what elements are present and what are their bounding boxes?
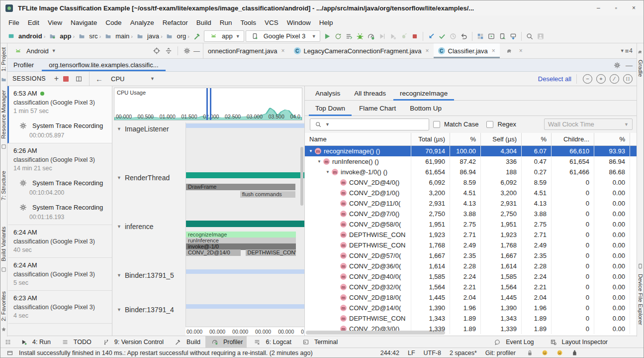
session-item[interactable]: 6:24 AMclassification (Google Pixel 3)40… bbox=[7, 225, 112, 258]
menu-navigate[interactable]: Navigate bbox=[67, 17, 101, 28]
menu-build[interactable]: Build bbox=[192, 17, 215, 28]
toolwindow-button-build[interactable]: Build bbox=[169, 336, 204, 349]
stop-session-button[interactable] bbox=[63, 76, 69, 82]
call-tree-row[interactable]: mCONV_2D@36/0(1,6142.281,6142.2800.00 bbox=[305, 261, 638, 271]
collapse-arrow-icon[interactable]: ▼ bbox=[117, 224, 121, 229]
run-configuration-select[interactable]: app▼ bbox=[204, 30, 244, 42]
call-tree-row[interactable]: ▼minvoke@-1/0() ()61,65486.941880.2761,4… bbox=[305, 167, 638, 177]
git-update-icon[interactable] bbox=[426, 31, 437, 42]
minimize-button[interactable]: – bbox=[597, 5, 600, 11]
git-commit-icon[interactable] bbox=[437, 31, 448, 42]
column-header-1[interactable]: Total (µs) bbox=[411, 133, 450, 145]
session-item[interactable]: 6:26 AMclassification (Google Pixel 3)14… bbox=[7, 143, 112, 225]
caret-position[interactable]: 244:42 bbox=[380, 350, 399, 357]
zoom-in-button[interactable]: + bbox=[596, 74, 606, 84]
thread-row-renderthread[interactable]: ▼RenderThread bbox=[112, 174, 185, 182]
call-tree-row[interactable]: mDEPTHWISE_CON1,9232.711,9232.7100.00 bbox=[305, 230, 638, 240]
apply-changes-icon[interactable] bbox=[333, 31, 344, 42]
search-box[interactable]: ▼ bbox=[310, 119, 429, 130]
toolwindow-button-event-log[interactable]: Event Log bbox=[488, 336, 538, 349]
menu-code[interactable]: Code bbox=[101, 17, 125, 28]
editor-tab-legacycameraconnectionfragment-java[interactable]: CLegacyCameraConnectionFragment.java× bbox=[289, 43, 434, 58]
call-tree-row[interactable]: mCONV_2D@32/0(1,5642.211,5642.2100.00 bbox=[305, 282, 638, 292]
thread-activity-bar[interactable] bbox=[186, 304, 305, 309]
collapse-arrow-icon[interactable]: ▼ bbox=[117, 175, 121, 180]
make-project-icon[interactable] bbox=[191, 31, 202, 42]
column-header-4[interactable]: % bbox=[522, 133, 552, 145]
status-message[interactable]: Install successfully finished in 140 ms.… bbox=[19, 350, 313, 357]
menu-help[interactable]: Help bbox=[315, 17, 337, 28]
breadcrumb-src[interactable]: src bbox=[75, 31, 98, 42]
thread-row-imagelistener[interactable]: ▼ImageListener bbox=[112, 125, 185, 133]
sidebar-item-resource-manager[interactable]: Resource Manager bbox=[0, 90, 7, 152]
menu-window[interactable]: Window bbox=[283, 17, 315, 28]
git-branch[interactable]: Git: profiler bbox=[485, 350, 516, 357]
back-arrow-button[interactable]: ← bbox=[95, 75, 103, 83]
hide-panel-icon[interactable]: — bbox=[193, 47, 200, 55]
trace-event-bar[interactable]: DrawFrame bbox=[186, 184, 295, 190]
sidebar-item-build-variants[interactable]: Build Variants bbox=[0, 227, 7, 275]
call-tree-row[interactable]: mCONV_2D@57/0(1,6672.351,6672.3500.00 bbox=[305, 250, 638, 261]
sidebar-item-1-project[interactable]: 1: Project bbox=[0, 47, 7, 85]
subtab-bottom-up[interactable]: Bottom Up bbox=[403, 101, 448, 116]
ide-notifications-icon[interactable] bbox=[569, 348, 580, 358]
run-attach-icon[interactable] bbox=[387, 31, 398, 42]
thread-activity-bar[interactable] bbox=[186, 269, 305, 274]
close-tab-icon[interactable]: × bbox=[492, 47, 495, 54]
menu-edit[interactable]: Edit bbox=[24, 17, 43, 28]
profiler-type-select[interactable]: CPU ▼ bbox=[108, 75, 158, 83]
attach-debugger-icon[interactable] bbox=[398, 31, 409, 42]
device-manager-icon[interactable] bbox=[497, 31, 508, 42]
expanded-arrow-icon[interactable]: ▼ bbox=[316, 159, 322, 164]
menu-file[interactable]: File bbox=[4, 17, 23, 28]
menu-vcs[interactable]: VCS bbox=[261, 17, 282, 28]
thread-row-binder-13791-4[interactable]: ▼Binder:13791_4 bbox=[112, 306, 185, 314]
toolwindow-button-todo[interactable]: TODO bbox=[56, 336, 95, 349]
search-everywhere-icon[interactable] bbox=[524, 31, 535, 42]
project-structure-icon[interactable] bbox=[475, 31, 486, 42]
settings-gear-icon[interactable] bbox=[612, 60, 623, 71]
maximize-button[interactable]: ▫ bbox=[615, 5, 617, 11]
sidebar-item-7-structure[interactable]: 7: Structure bbox=[0, 171, 7, 200]
breadcrumb-main[interactable]: main bbox=[101, 31, 130, 42]
breadcrumb-app[interactable]: app bbox=[46, 31, 72, 42]
collapse-arrow-icon[interactable]: ▼ bbox=[117, 307, 121, 312]
hidden-tabs-indicator[interactable]: ▼≡4 bbox=[616, 43, 637, 58]
call-tree-row[interactable]: mCONV_2D@18/0(1,4452.041,4452.0400.00 bbox=[305, 292, 638, 303]
profile-avatar-icon[interactable] bbox=[535, 31, 546, 42]
breadcrumb-android[interactable]: android bbox=[4, 31, 43, 42]
debug-icon[interactable] bbox=[355, 31, 366, 42]
recording-item[interactable]: System Trace Recording bbox=[17, 177, 108, 188]
run-icon[interactable] bbox=[322, 31, 333, 42]
sdk-manager-icon[interactable] bbox=[508, 31, 519, 42]
session-item[interactable]: 6:53 AMclassification (Google Pixel 3)1 … bbox=[7, 86, 112, 143]
profile-icon[interactable] bbox=[366, 31, 376, 42]
call-tree-row[interactable]: mDEPTHWISE_CON1,3431.891,3431.8900.00 bbox=[305, 313, 638, 324]
subtab-top-down[interactable]: Top Down bbox=[309, 101, 352, 116]
table-horizontal-scrollbar[interactable] bbox=[306, 331, 445, 335]
recording-item[interactable]: System Trace Recording bbox=[17, 202, 108, 213]
git-rollback-icon[interactable] bbox=[459, 31, 469, 42]
menu-analyze[interactable]: Analyze bbox=[126, 17, 158, 28]
file-encoding[interactable]: UTF-8 bbox=[424, 350, 441, 357]
sidebar-item-2-favorites[interactable]: 2: Favorites bbox=[0, 291, 7, 335]
thread-activity-bar[interactable] bbox=[186, 221, 305, 227]
project-view-select[interactable]: Android bbox=[26, 47, 49, 55]
tab-recognizeimage[interactable]: recognizeImage bbox=[393, 86, 454, 100]
recording-item[interactable]: System Trace Recording bbox=[17, 120, 108, 131]
trace-event-bar[interactable]: flush commands bbox=[240, 191, 295, 198]
subtab-flame-chart[interactable]: Flame Chart bbox=[353, 101, 402, 116]
tab-analysis[interactable]: Analysis bbox=[309, 86, 347, 100]
apply-code-changes-icon[interactable] bbox=[344, 31, 355, 42]
happy-feedback-icon[interactable] bbox=[539, 348, 550, 358]
collapse-arrow-icon[interactable]: ▼ bbox=[117, 273, 121, 278]
stop-icon[interactable] bbox=[409, 31, 420, 42]
expanded-arrow-icon[interactable]: ▼ bbox=[325, 170, 331, 174]
profiler-session-tab[interactable]: org.tensorflow.lite.examples.classific..… bbox=[42, 59, 165, 71]
call-tree-row[interactable]: mDEPTHWISE_CON1,7682.491,7682.4900.00 bbox=[305, 240, 638, 250]
line-ending[interactable]: LF bbox=[408, 350, 415, 357]
search-input[interactable] bbox=[331, 120, 426, 128]
deselect-all-link[interactable]: Deselect all bbox=[538, 75, 576, 83]
new-session-button[interactable]: + bbox=[54, 75, 59, 82]
column-header-5[interactable]: Childre... bbox=[552, 133, 594, 145]
